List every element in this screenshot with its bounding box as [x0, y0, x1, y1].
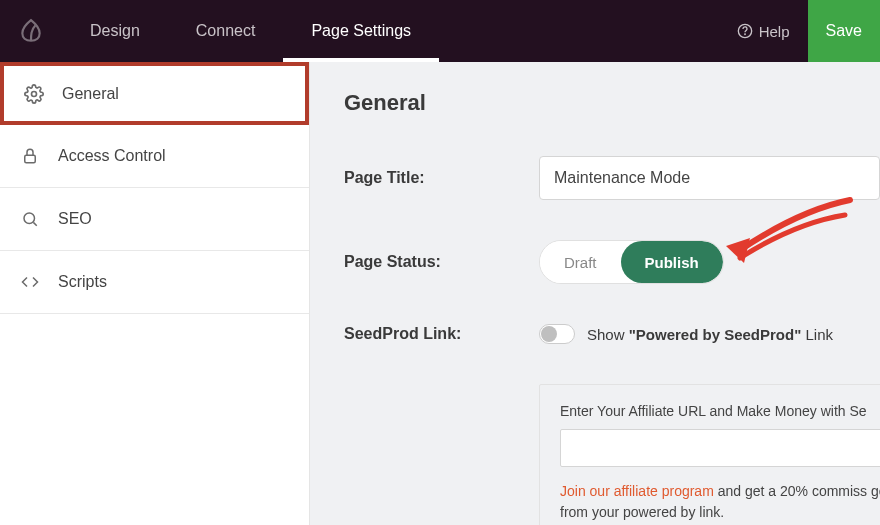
help-icon: [737, 23, 753, 39]
help-label: Help: [759, 23, 790, 40]
search-icon: [20, 209, 40, 229]
seedprod-link-row: SeedProd Link: Show "Powered by SeedProd…: [344, 324, 880, 344]
affiliate-label: Enter Your Affiliate URL and Make Money …: [560, 403, 880, 419]
affiliate-program-link[interactable]: Join our affiliate program: [560, 483, 714, 499]
svg-point-1: [744, 34, 745, 35]
help-link[interactable]: Help: [737, 23, 790, 40]
sidebar-item-general[interactable]: General: [0, 62, 309, 125]
page-status-label: Page Status:: [344, 253, 539, 271]
affiliate-note: Join our affiliate program and get a 20%…: [560, 481, 880, 523]
affiliate-url-input[interactable]: [560, 429, 880, 467]
sidebar-item-access-control[interactable]: Access Control: [0, 125, 309, 188]
nav-page-settings[interactable]: Page Settings: [283, 0, 439, 62]
logo-icon: [0, 0, 62, 62]
status-publish-option[interactable]: Publish: [621, 241, 723, 283]
page-heading: General: [344, 90, 880, 116]
seedprod-text: Show "Powered by SeedProd" Link: [587, 326, 833, 343]
sidebar-item-scripts[interactable]: Scripts: [0, 251, 309, 314]
sidebar-item-label: General: [62, 85, 119, 103]
save-button[interactable]: Save: [808, 0, 880, 62]
seedprod-switch[interactable]: [539, 324, 575, 344]
top-navigation: Design Connect Page Settings Help Save: [0, 0, 880, 62]
sidebar-item-seo[interactable]: SEO: [0, 188, 309, 251]
page-status-row: Page Status: Draft Publish: [344, 240, 880, 284]
page-title-input[interactable]: [539, 156, 880, 200]
svg-rect-3: [25, 155, 36, 163]
content-panel: General Page Title: Page Status: Draft P…: [310, 62, 880, 525]
nav-design[interactable]: Design: [62, 0, 168, 62]
seedprod-show: Show: [587, 326, 629, 343]
status-toggle: Draft Publish: [539, 240, 724, 284]
seedprod-link-label: SeedProd Link:: [344, 325, 539, 343]
seedprod-powered: "Powered by SeedProd": [629, 326, 802, 343]
page-title-label: Page Title:: [344, 169, 539, 187]
code-icon: [20, 272, 40, 292]
status-draft-option[interactable]: Draft: [540, 241, 621, 283]
page-title-row: Page Title:: [344, 156, 880, 200]
sidebar-item-label: Scripts: [58, 273, 107, 291]
affiliate-box: Enter Your Affiliate URL and Make Money …: [539, 384, 880, 525]
settings-sidebar: General Access Control SEO: [0, 62, 310, 525]
svg-point-4: [24, 213, 35, 224]
sidebar-item-label: Access Control: [58, 147, 166, 165]
gear-icon: [24, 84, 44, 104]
seedprod-link-word: Link: [801, 326, 833, 343]
svg-point-2: [32, 91, 37, 96]
nav-connect[interactable]: Connect: [168, 0, 284, 62]
svg-line-5: [33, 222, 36, 225]
lock-icon: [20, 146, 40, 166]
sidebar-item-label: SEO: [58, 210, 92, 228]
